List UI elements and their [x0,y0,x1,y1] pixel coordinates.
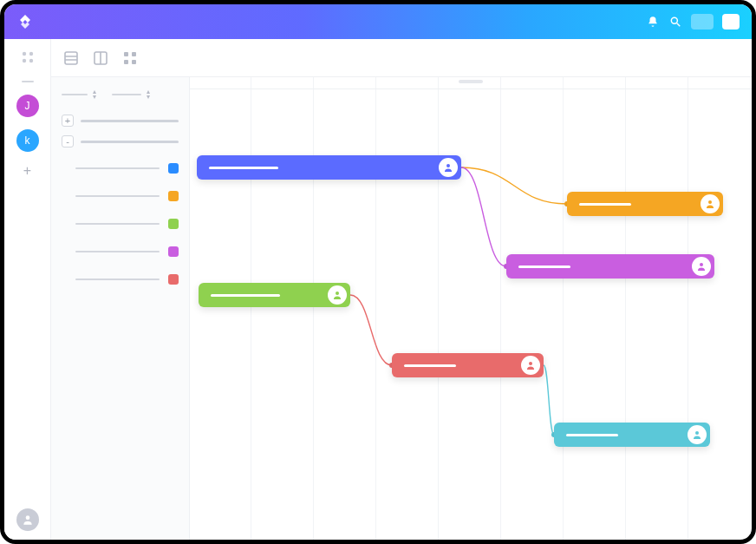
task-title [566,434,618,436]
topbar [4,4,752,39]
gantt-task-bar[interactable] [554,423,710,447]
gantt-task-bar[interactable] [506,254,714,279]
sidebar-task-item[interactable] [62,210,179,238]
svg-rect-15 [132,60,136,64]
task-title [579,203,631,206]
task-title [518,265,570,268]
group-label [81,120,179,122]
task-label [75,167,160,169]
svg-point-25 [695,431,699,435]
task-title [404,364,456,367]
board-view-icon[interactable] [93,50,108,66]
task-title [209,167,278,169]
sidebar-task-item[interactable] [62,154,179,182]
svg-point-22 [700,263,703,266]
expand-icon[interactable]: + [62,115,74,127]
task-label [75,279,160,280]
gantt-chart[interactable] [190,77,752,540]
task-label [75,195,160,197]
app-logo-icon[interactable] [16,13,34,30]
color-chip-icon [168,219,179,229]
topbar-action-2[interactable] [722,14,740,29]
left-rail: J k + [4,39,51,540]
svg-point-20 [446,164,450,167]
svg-point-0 [671,17,677,23]
task-sidebar: ▴▾ ▴▾ + - [51,77,190,540]
collapse-icon[interactable]: - [62,135,74,147]
search-icon[interactable] [668,15,682,29]
gantt-task-bar[interactable] [197,155,461,180]
color-chip-icon [168,163,179,174]
svg-rect-12 [124,52,128,56]
assignee-avatar-icon[interactable] [328,285,347,305]
group-collapsed[interactable]: + [62,115,179,127]
svg-rect-13 [132,52,136,56]
svg-point-6 [25,515,29,520]
svg-point-24 [529,362,532,365]
user-avatar-icon[interactable] [16,508,39,531]
svg-point-4 [22,59,25,62]
svg-point-23 [336,292,339,295]
svg-point-2 [22,52,25,56]
color-chip-icon [168,274,179,285]
svg-point-21 [708,200,712,204]
timeline-ruler[interactable] [190,77,752,89]
color-chip-icon [168,191,179,201]
apps-icon[interactable] [20,49,36,69]
svg-point-5 [29,59,32,62]
grid-view-icon[interactable] [122,50,138,66]
assignee-avatar-icon[interactable] [521,356,540,375]
assignee-avatar-icon[interactable] [439,158,458,177]
add-workspace-button[interactable]: + [23,164,31,178]
assignee-avatar-icon[interactable] [688,425,707,444]
group-expanded[interactable]: - [62,135,179,147]
assignee-avatar-icon[interactable] [692,257,711,276]
task-label [75,251,160,252]
task-title [211,294,280,297]
ruler-handle-icon[interactable] [459,80,483,83]
workspace-avatar-k[interactable]: k [16,129,39,152]
list-view-icon[interactable] [63,50,79,66]
filter-2[interactable]: ▴▾ [112,89,150,99]
sidebar-task-item[interactable] [62,238,179,265]
svg-line-1 [677,23,681,27]
sidebar-task-item[interactable] [62,182,179,210]
bell-icon[interactable] [646,15,660,29]
workspace-avatar-j[interactable]: J [16,95,39,117]
rail-divider [22,81,34,82]
svg-rect-14 [124,60,128,64]
filter-1[interactable]: ▴▾ [62,89,96,99]
gantt-task-bar[interactable] [567,192,723,216]
svg-rect-7 [65,52,77,64]
assignee-avatar-icon[interactable] [701,194,720,213]
topbar-action-1[interactable] [691,14,714,29]
sidebar-filters: ▴▾ ▴▾ [62,89,179,99]
color-chip-icon [168,246,179,257]
svg-point-3 [29,52,32,56]
gantt-task-bar[interactable] [392,353,544,377]
gantt-task-bar[interactable] [199,283,350,307]
task-label [75,223,160,225]
sidebar-task-item[interactable] [62,265,179,293]
group-label [81,141,179,143]
app-window: J k + [0,0,756,544]
view-toolbar [51,39,752,77]
